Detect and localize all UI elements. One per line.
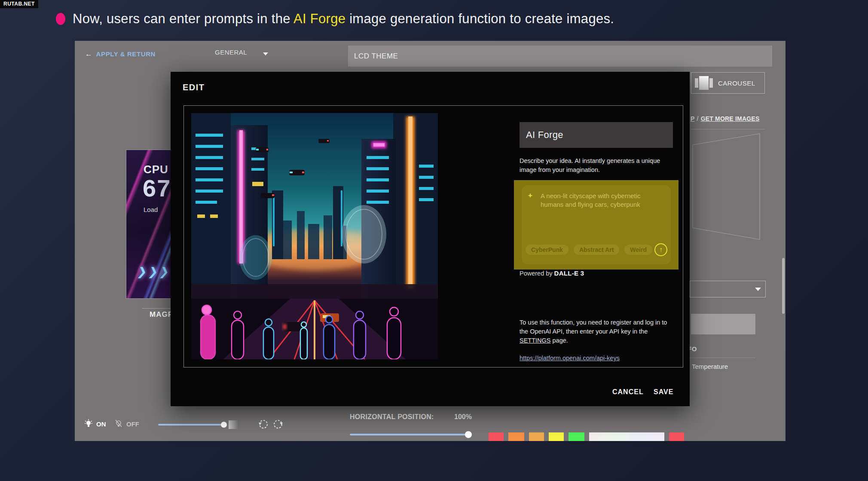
- backlight-off-toggle[interactable]: OFF: [114, 419, 139, 429]
- color-swatch[interactable]: [508, 432, 524, 441]
- chevrons-decoration: ❯❯❯: [136, 265, 172, 279]
- apply-return-label: APPLY & RETURN: [96, 50, 156, 58]
- ai-forge-description: Describe your idea. AI instantly generat…: [520, 156, 662, 174]
- category-dropdown[interactable]: GENERAL: [215, 49, 268, 60]
- chevron-down-icon: [263, 52, 268, 55]
- color-swatch-row: [489, 432, 684, 441]
- prompt-tag-chip[interactable]: CyberPunk: [526, 245, 568, 255]
- slider-knob[interactable]: [221, 422, 227, 428]
- bulb-off-icon: [114, 419, 123, 429]
- carousel-label: CAROUSEL: [718, 80, 755, 87]
- gradient-preview-box[interactable]: [229, 420, 239, 429]
- slider-knob[interactable]: [465, 431, 472, 438]
- ai-forge-prompt-panel: + A neon-lit cityscape with cybernetic h…: [514, 180, 679, 270]
- chevron-down-icon: [755, 288, 761, 291]
- prompt-text[interactable]: A neon-lit cityscape with cybernetic hum…: [541, 192, 657, 209]
- prompt-tag-chip[interactable]: Weird: [624, 245, 652, 255]
- category-dropdown-value: GENERAL: [215, 49, 247, 56]
- truncated-link[interactable]: P: [691, 115, 695, 122]
- plus-icon[interactable]: +: [528, 191, 532, 200]
- horizontal-position-slider[interactable]: [350, 434, 470, 435]
- caption-row: Now, users can enter prompts in the AI F…: [56, 11, 614, 27]
- temperature-label: Temperature: [692, 363, 728, 370]
- screen-perspective-placeholder: [689, 131, 762, 243]
- powered-by-line: Powered by DALL-E 3: [520, 270, 584, 277]
- caption-highlight: AI Forge: [293, 11, 345, 26]
- color-swatch[interactable]: [489, 432, 504, 441]
- api-note-pre: To use this function, you need to regist…: [520, 319, 667, 335]
- link-separator: /: [697, 115, 699, 122]
- edit-modal: EDIT: [171, 72, 690, 406]
- api-keys-link[interactable]: https://platform.openai.com/api-keys: [520, 355, 620, 362]
- brightness-slider[interactable]: [158, 424, 226, 426]
- color-swatch[interactable]: [529, 432, 544, 441]
- caption-post: image generation function to create imag…: [345, 11, 614, 26]
- rotate-cw-button[interactable]: [272, 419, 284, 430]
- bullet-icon: [56, 13, 65, 25]
- generate-button[interactable]: ↑: [654, 243, 667, 256]
- horizontal-position-label: HORIZONTAL POSITION:: [350, 413, 434, 421]
- bulb-on-icon: [84, 419, 93, 429]
- api-note-post: page.: [551, 337, 568, 344]
- backlight-on-toggle[interactable]: ON: [84, 419, 106, 429]
- carousel-icon: [695, 76, 713, 90]
- rotate-ccw-button[interactable]: [258, 419, 269, 430]
- settings-link[interactable]: SETTINGS: [520, 337, 551, 344]
- modal-content-frame: AI Forge Describe your idea. AI instantl…: [183, 105, 683, 368]
- apply-return-button[interactable]: ←APPLY & RETURN: [85, 50, 156, 58]
- generated-cyberpunk-image: [191, 113, 438, 359]
- color-swatch[interactable]: [549, 432, 564, 441]
- theme-name-field[interactable]: LCD THEME: [348, 46, 772, 67]
- cpu-value: 67: [143, 174, 171, 202]
- up-arrow-icon: ↑: [659, 246, 663, 254]
- scrollbar[interactable]: [782, 258, 785, 314]
- caption-text: Now, users can enter prompts in the AI F…: [73, 11, 614, 27]
- color-swatch[interactable]: [568, 432, 584, 441]
- screenshot-stage: RUTAB.NET Now, users can enter prompts i…: [0, 0, 868, 481]
- cancel-button[interactable]: CANCEL: [612, 388, 644, 396]
- powered-by-label: Powered by: [520, 270, 554, 277]
- carousel-button[interactable]: CAROUSEL: [691, 72, 765, 94]
- horizontal-position-value: 100%: [454, 413, 472, 421]
- prompt-tag-row: CyberPunkAbstract ArtWeird: [526, 245, 652, 255]
- right-panel-dropdown[interactable]: [690, 281, 766, 297]
- watermark: RUTAB.NET: [0, 0, 38, 8]
- get-more-images-link[interactable]: GET MORE IMAGES: [701, 115, 760, 122]
- backlight-off-label: OFF: [126, 420, 139, 428]
- back-arrow-icon: ←: [85, 50, 93, 58]
- divider: [686, 358, 755, 358]
- right-panel-button[interactable]: [691, 314, 755, 334]
- image-links-row: P/GET MORE IMAGES: [691, 115, 766, 122]
- caption-pre: Now, users can enter prompts in the: [73, 11, 293, 26]
- api-note: To use this function, you need to regist…: [520, 318, 675, 345]
- load-label: Load: [144, 206, 158, 213]
- color-swatch[interactable]: [669, 432, 684, 441]
- prompt-tag-chip[interactable]: Abstract Art: [574, 245, 619, 255]
- backlight-on-label: ON: [96, 420, 106, 428]
- theme-card-name: MAGF: [150, 310, 173, 319]
- save-button[interactable]: SAVE: [654, 388, 673, 396]
- color-swatch[interactable]: [589, 432, 664, 441]
- ai-forge-title: AI Forge: [520, 122, 673, 148]
- modal-title: EDIT: [183, 83, 205, 92]
- divider: [691, 129, 765, 129]
- engine-name: DALL-E 3: [554, 270, 584, 277]
